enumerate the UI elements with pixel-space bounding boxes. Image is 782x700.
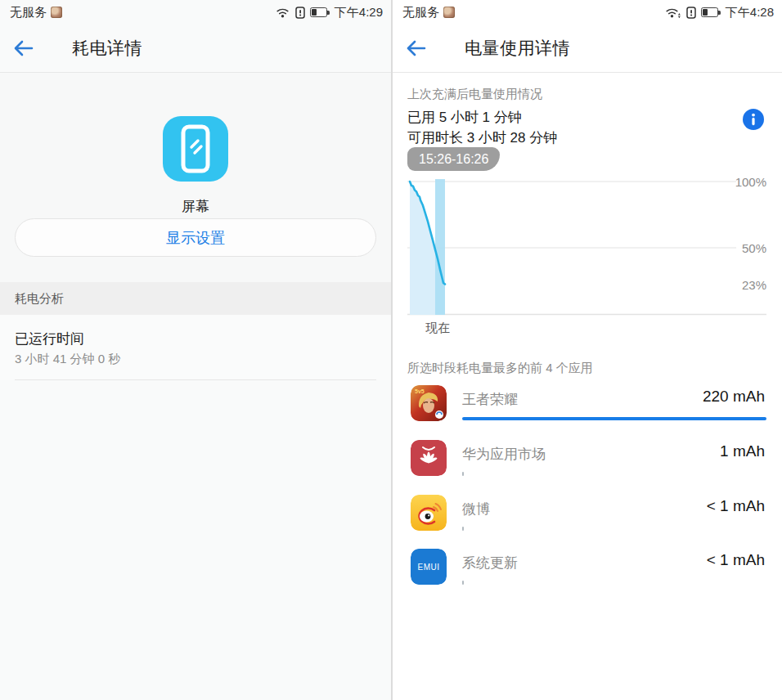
emui-icon: EMUI	[411, 549, 447, 585]
wifi-data-icon	[666, 7, 681, 18]
app-name: 系统更新	[462, 554, 518, 572]
carrier-label: 无服务	[402, 5, 439, 20]
remaining-time-label: 可用时长 3 小时 28 分钟	[407, 128, 557, 147]
app-name: 王者荣耀	[462, 390, 518, 409]
info-icon	[743, 109, 764, 130]
page-title: 电量使用详情	[465, 37, 570, 60]
sim-alert-icon	[295, 7, 305, 19]
carrier-label: 无服务	[10, 5, 47, 20]
weibo-icon	[411, 495, 447, 531]
selected-range-bubble: 15:26-16:26	[407, 147, 500, 171]
ytick-100: 100%	[735, 175, 766, 189]
sim-alert-icon	[686, 7, 696, 19]
clock-label: 下午4:28	[726, 5, 774, 20]
battery-icon	[701, 7, 721, 17]
appgallery-icon	[411, 440, 447, 476]
status-emoji-icon	[443, 7, 455, 18]
app-row-honor-of-kings[interactable]: 5v5 王者荣耀 220 mAh	[393, 381, 782, 432]
app-usage-value: < 1 mAh	[707, 551, 765, 569]
dual-screenshot: 无服务 下午4:29	[0, 0, 782, 700]
status-bar-right: 无服务 下午4:28	[393, 0, 782, 25]
display-settings-label: 显示设置	[166, 228, 225, 248]
page-title: 耗电详情	[72, 37, 142, 60]
back-button[interactable]	[393, 30, 438, 66]
back-button[interactable]	[0, 30, 46, 66]
svg-text:5v5: 5v5	[415, 388, 425, 394]
back-arrow-icon	[12, 39, 34, 57]
honor-of-kings-icon: 5v5	[411, 385, 447, 421]
usage-bar	[462, 417, 766, 420]
ytick-50: 50%	[742, 241, 766, 255]
usage-bar	[462, 527, 464, 531]
app-name-label: 屏幕	[0, 197, 391, 216]
now-label: 现在	[425, 321, 450, 336]
display-settings-button[interactable]: 显示设置	[15, 218, 376, 257]
selected-range-label: 15:26-16:26	[419, 152, 488, 167]
runtime-value: 3 小时 41 分钟 0 秒	[15, 352, 120, 367]
app-usage-value: 1 mAh	[720, 442, 765, 460]
runtime-label: 已运行时间	[15, 330, 84, 348]
used-time-label: 已用 5 小时 1 分钟	[407, 108, 522, 127]
app-row-system-update[interactable]: EMUI 系统更新 < 1 mAh	[393, 545, 782, 595]
header-right: 电量使用详情	[393, 25, 782, 72]
status-emoji-icon	[51, 7, 62, 18]
battery-usage-screen: 无服务 下午4:28	[391, 0, 782, 700]
section-header-label: 耗电分析	[15, 291, 64, 307]
usage-bar	[462, 581, 464, 585]
top-apps-header: 所选时段耗电量最多的前 4 个应用	[407, 361, 593, 376]
emui-icon-text: EMUI	[411, 549, 447, 585]
usage-bar	[462, 472, 464, 476]
ytick-23: 23%	[742, 278, 766, 292]
app-usage-value: 220 mAh	[703, 388, 765, 406]
app-row-weibo[interactable]: 微博 < 1 mAh	[393, 491, 782, 541]
wifi-icon	[276, 7, 290, 18]
battery-icon	[310, 7, 330, 17]
app-usage-value: < 1 mAh	[707, 497, 765, 515]
section-header-strip: 耗电分析	[0, 282, 391, 315]
header-divider	[393, 72, 782, 73]
usage-caption: 上次充满后电量使用情况	[407, 87, 542, 102]
runtime-block: 已运行时间 3 小时 41 分钟 0 秒	[0, 315, 391, 380]
battery-chart[interactable]: 100% 50% 23%	[407, 179, 766, 316]
app-name: 微博	[462, 500, 490, 518]
back-arrow-icon	[405, 39, 426, 57]
header-left: 耗电详情	[0, 25, 391, 72]
app-row-appgallery[interactable]: 华为应用市场 1 mAh	[393, 436, 782, 487]
chart-selection-band	[435, 179, 445, 315]
clock-label: 下午4:29	[335, 5, 383, 20]
info-button[interactable]	[743, 109, 764, 130]
divider	[15, 379, 376, 380]
app-name: 华为应用市场	[462, 445, 546, 464]
power-detail-screen: 无服务 下午4:29	[0, 0, 391, 700]
screen-icon	[163, 116, 228, 182]
status-bar-left: 无服务 下午4:29	[0, 0, 391, 25]
battery-chart-svg	[407, 179, 766, 316]
